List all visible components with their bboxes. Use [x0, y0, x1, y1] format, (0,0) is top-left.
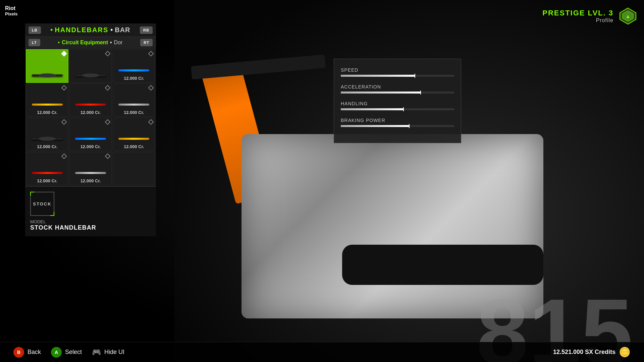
rb-button[interactable]: RB	[140, 26, 153, 34]
grid-item-10[interactable]: 12.000 Cr.	[69, 152, 112, 185]
back-label: Back	[28, 349, 41, 356]
credits-value: 12.521.000 SX Credits	[553, 349, 615, 356]
item-price-5: 12.000 Cr.	[124, 110, 144, 115]
hbar-black-6	[32, 138, 63, 140]
select-action[interactable]: A Select	[51, 347, 82, 358]
prestige-text: PRESTIGE LVL. 3 Profile	[542, 9, 613, 23]
prestige-subtitle: Profile	[542, 17, 613, 23]
rt-button[interactable]: RT	[140, 39, 153, 46]
item-price-7: 12.000 Cr.	[80, 144, 101, 149]
lb-button[interactable]: LB	[29, 26, 41, 34]
nav-dot-1: •	[110, 26, 113, 34]
stat-handling-label: HANDLING	[341, 101, 454, 106]
diamond-icon-1	[105, 51, 110, 57]
stats-panel: SPEED ACCELERATION HANDLING BRAKING POWE…	[334, 59, 461, 143]
hbar-silver-5	[118, 104, 149, 106]
handlebar-visual-6	[32, 135, 63, 142]
stat-speed-fill	[341, 75, 415, 77]
diamond-icon-5	[148, 85, 154, 91]
stock-label: STOCK	[33, 201, 51, 206]
stock-box: STOCK	[30, 192, 54, 216]
bottom-bar: B Back A Select 🎮 Hide UI 12.521.000 SX …	[0, 342, 644, 362]
item-price-10: 12.000 Cr.	[80, 178, 101, 183]
stat-braking-fill	[341, 125, 409, 127]
handlebar-visual-5	[118, 101, 149, 108]
handlebar-visual-2	[118, 67, 149, 74]
stat-handling-bar	[341, 108, 454, 110]
handlebar-visual-4	[75, 101, 106, 108]
credits-icon: 🪙	[619, 347, 631, 358]
hbar-gold-3	[32, 104, 63, 106]
hbar-black-0	[32, 74, 63, 76]
stat-speed-bar	[341, 75, 454, 77]
back-action[interactable]: B Back	[13, 347, 41, 358]
grid-item-1[interactable]	[69, 49, 112, 83]
grid-item-8[interactable]: 12.000 Cr.	[113, 118, 155, 151]
nav-label-dor: Dor	[114, 40, 123, 46]
diamond-icon-4	[105, 85, 110, 91]
hbar-red-9	[32, 172, 63, 174]
handlebar-visual-3	[32, 101, 63, 108]
hbar-blue-2	[118, 69, 149, 71]
stat-handling-row: HANDLING	[341, 101, 454, 110]
b-button: B	[13, 347, 24, 358]
nav-label-bar: BAR	[115, 26, 130, 34]
item-price-8: 12.000 Cr.	[124, 144, 144, 149]
grid-item-5[interactable]: 12.000 Cr.	[113, 83, 155, 117]
grid-item-2[interactable]: 12.000 Cr.	[113, 49, 155, 83]
stock-info-label: MODEL	[30, 219, 151, 224]
nav-label-handlebars: HANDLEBARS	[55, 26, 108, 34]
stat-handling-marker	[403, 107, 404, 111]
grid-item-0[interactable]	[26, 49, 68, 83]
stat-acceleration-fill	[341, 92, 420, 94]
stat-acceleration-marker	[420, 90, 421, 95]
item-price-2: 12.000 Cr.	[124, 76, 144, 81]
select-label: Select	[65, 349, 82, 356]
nav-bullet-2: •	[58, 40, 60, 46]
nav-dot-2: •	[110, 40, 112, 46]
hbar-silver-10	[75, 172, 106, 174]
diamond-icon-0	[61, 51, 67, 57]
moto-handlebar	[191, 55, 326, 80]
stat-speed-marker	[415, 74, 415, 78]
grid-item-6[interactable]: 12.000 Cr.	[26, 118, 68, 151]
stat-braking-marker	[409, 124, 410, 128]
grid-item-7[interactable]: 12.000 Cr.	[69, 118, 112, 151]
credits-area: 12.521.000 SX Credits 🪙	[553, 347, 631, 358]
left-panel: LB • HANDLEBARS • BAR RB LT • Circuit Eq…	[25, 23, 156, 236]
grid-item-3[interactable]: 12.000 Cr.	[26, 83, 68, 117]
moto-seat	[342, 245, 543, 285]
handlebar-visual-9	[32, 170, 63, 176]
diamond-icon-2	[148, 51, 154, 57]
lt-button[interactable]: LT	[29, 39, 40, 46]
stat-speed-row: SPEED	[341, 67, 454, 77]
item-price-3: 12.000 Cr.	[37, 110, 57, 115]
grid-item-4[interactable]: 12.000 Cr.	[69, 83, 112, 117]
hbar-blue-7	[75, 138, 106, 140]
diamond-icon-6	[61, 119, 67, 125]
hide-ui-action[interactable]: 🎮 Hide UI	[92, 348, 124, 357]
prestige-icon: ▲	[619, 7, 637, 25]
stat-acceleration-label: ACCELERATION	[341, 84, 454, 89]
handlebar-visual-8	[118, 135, 149, 142]
bottom-actions: B Back A Select 🎮 Hide UI	[13, 347, 124, 358]
handlebar-visual-7	[75, 135, 106, 142]
prestige-area: PRESTIGE LVL. 3 Profile ▲	[542, 7, 637, 25]
grid-item-empty	[113, 152, 155, 185]
stat-braking-label: BRAKING POWER	[341, 118, 454, 123]
hide-ui-label: Hide UI	[104, 349, 124, 356]
stock-section: STOCK MODEL STOCK HANDLEBAR	[25, 186, 156, 236]
items-grid: 12.000 Cr. 12.000 Cr. 12.000 Cr. 12.000 …	[25, 49, 156, 186]
stat-acceleration-bar	[341, 92, 454, 94]
handlebar-visual-10	[75, 170, 106, 176]
handlebar-visual-0	[32, 72, 63, 79]
item-price-9: 12.000 Cr.	[37, 178, 57, 183]
handlebar-visual-1	[75, 72, 106, 79]
stock-info-name: STOCK HANDLEBAR	[30, 224, 151, 231]
item-price-6: 12.000 Cr.	[37, 144, 57, 149]
prestige-title: PRESTIGE LVL. 3	[542, 9, 613, 17]
grid-item-9[interactable]: 12.000 Cr.	[26, 152, 68, 185]
diamond-icon-9	[61, 154, 67, 159]
stat-acceleration-row: ACCELERATION	[341, 84, 454, 94]
hbar-black-1	[75, 74, 106, 76]
